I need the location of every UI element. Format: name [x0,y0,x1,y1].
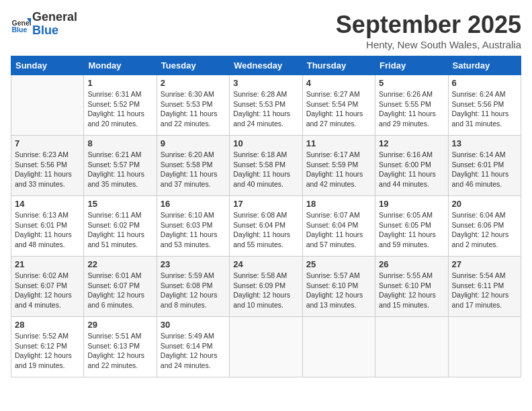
calendar-cell: 21Sunrise: 6:02 AM Sunset: 6:07 PM Dayli… [11,257,84,317]
cell-info: Sunrise: 6:28 AM Sunset: 5:53 PM Dayligh… [233,89,298,129]
cell-info: Sunrise: 6:01 AM Sunset: 6:07 PM Dayligh… [87,271,152,310]
day-number: 7 [15,138,80,148]
calendar-cell: 19Sunrise: 6:05 AM Sunset: 6:05 PM Dayli… [375,196,448,257]
day-number: 26 [379,259,444,269]
calendar-cell: 18Sunrise: 6:07 AM Sunset: 6:04 PM Dayli… [302,196,375,257]
week-row-3: 14Sunrise: 6:13 AM Sunset: 6:01 PM Dayli… [11,196,521,257]
calendar-cell: 23Sunrise: 5:59 AM Sunset: 6:08 PM Dayli… [157,257,229,317]
cell-info: Sunrise: 6:02 AM Sunset: 6:07 PM Dayligh… [15,271,80,310]
day-number: 1 [87,78,152,88]
calendar-cell: 29Sunrise: 5:51 AM Sunset: 6:13 PM Dayli… [84,317,157,377]
logo-general: General [32,11,77,24]
cell-info: Sunrise: 6:23 AM Sunset: 5:56 PM Dayligh… [15,150,80,189]
day-number: 11 [306,138,371,148]
calendar-cell: 16Sunrise: 6:10 AM Sunset: 6:03 PM Dayli… [157,196,229,257]
day-number: 14 [15,199,80,209]
day-number: 10 [233,138,298,148]
calendar-cell: 2Sunrise: 6:30 AM Sunset: 5:53 PM Daylig… [157,75,229,136]
calendar-cell: 6Sunrise: 6:24 AM Sunset: 5:56 PM Daylig… [448,75,521,136]
day-number: 13 [452,138,517,148]
cell-info: Sunrise: 5:57 AM Sunset: 6:10 PM Dayligh… [306,271,371,310]
cell-info: Sunrise: 6:16 AM Sunset: 6:00 PM Dayligh… [379,150,444,189]
week-row-5: 28Sunrise: 5:52 AM Sunset: 6:12 PM Dayli… [11,317,521,377]
day-number: 12 [379,138,444,148]
day-number: 20 [452,199,517,209]
calendar-cell: 28Sunrise: 5:52 AM Sunset: 6:12 PM Dayli… [11,317,84,377]
day-number: 24 [233,259,298,269]
calendar-cell: 26Sunrise: 5:55 AM Sunset: 6:10 PM Dayli… [375,257,448,317]
calendar-cell: 4Sunrise: 6:27 AM Sunset: 5:54 PM Daylig… [302,75,375,136]
logo-blue: Blue [32,24,77,38]
cell-info: Sunrise: 6:30 AM Sunset: 5:53 PM Dayligh… [161,89,226,129]
calendar-cell: 20Sunrise: 6:04 AM Sunset: 6:06 PM Dayli… [448,196,521,257]
column-header-wednesday: Wednesday [230,56,302,75]
cell-info: Sunrise: 6:26 AM Sunset: 5:55 PM Dayligh… [379,89,444,129]
calendar-header-row: SundayMondayTuesdayWednesdayThursdayFrid… [11,56,521,75]
column-header-friday: Friday [375,56,448,75]
calendar-cell: 25Sunrise: 5:57 AM Sunset: 6:10 PM Dayli… [302,257,375,317]
logo-icon: General Blue [11,14,31,34]
day-number: 4 [306,78,371,88]
day-number: 9 [161,138,226,148]
day-number: 6 [452,78,517,88]
day-number: 15 [87,199,152,209]
day-number: 22 [87,259,152,269]
calendar-cell [230,317,302,377]
day-number: 16 [161,199,226,209]
cell-info: Sunrise: 6:08 AM Sunset: 6:04 PM Dayligh… [233,210,298,250]
cell-info: Sunrise: 6:17 AM Sunset: 5:59 PM Dayligh… [306,150,371,189]
location: Henty, New South Wales, Australia [336,39,521,50]
column-header-saturday: Saturday [448,56,521,75]
week-row-2: 7Sunrise: 6:23 AM Sunset: 5:56 PM Daylig… [11,136,521,196]
day-number: 5 [379,78,444,88]
day-number: 25 [306,259,371,269]
page-header: General Blue General Blue September 2025… [11,11,521,50]
calendar-cell: 1Sunrise: 6:31 AM Sunset: 5:52 PM Daylig… [84,75,157,136]
column-header-thursday: Thursday [302,56,375,75]
svg-text:Blue: Blue [12,26,28,34]
day-number: 19 [379,199,444,209]
calendar-table: SundayMondayTuesdayWednesdayThursdayFrid… [11,56,521,377]
cell-info: Sunrise: 6:11 AM Sunset: 6:02 PM Dayligh… [87,210,152,250]
cell-info: Sunrise: 6:24 AM Sunset: 5:56 PM Dayligh… [452,89,517,129]
cell-info: Sunrise: 5:54 AM Sunset: 6:11 PM Dayligh… [452,271,517,310]
cell-info: Sunrise: 5:49 AM Sunset: 6:14 PM Dayligh… [161,331,226,371]
week-row-1: 1Sunrise: 6:31 AM Sunset: 5:52 PM Daylig… [11,75,521,136]
cell-info: Sunrise: 6:13 AM Sunset: 6:01 PM Dayligh… [15,210,80,250]
week-row-4: 21Sunrise: 6:02 AM Sunset: 6:07 PM Dayli… [11,257,521,317]
calendar-cell: 8Sunrise: 6:21 AM Sunset: 5:57 PM Daylig… [84,136,157,196]
calendar-cell: 9Sunrise: 6:20 AM Sunset: 5:58 PM Daylig… [157,136,229,196]
cell-info: Sunrise: 6:04 AM Sunset: 6:06 PM Dayligh… [452,210,517,250]
calendar-cell: 10Sunrise: 6:18 AM Sunset: 5:58 PM Dayli… [230,136,302,196]
cell-info: Sunrise: 6:20 AM Sunset: 5:58 PM Dayligh… [161,150,226,189]
day-number: 2 [161,78,226,88]
day-number: 8 [87,138,152,148]
calendar-cell: 12Sunrise: 6:16 AM Sunset: 6:00 PM Dayli… [375,136,448,196]
calendar-cell [11,75,84,136]
logo: General Blue General Blue [11,11,77,38]
day-number: 27 [452,259,517,269]
calendar-cell [448,317,521,377]
calendar-cell: 22Sunrise: 6:01 AM Sunset: 6:07 PM Dayli… [84,257,157,317]
calendar-cell: 7Sunrise: 6:23 AM Sunset: 5:56 PM Daylig… [11,136,84,196]
day-number: 21 [15,259,80,269]
calendar-cell [375,317,448,377]
cell-info: Sunrise: 6:05 AM Sunset: 6:05 PM Dayligh… [379,210,444,250]
calendar-cell: 24Sunrise: 5:58 AM Sunset: 6:09 PM Dayli… [230,257,302,317]
day-number: 23 [161,259,226,269]
column-header-sunday: Sunday [11,56,84,75]
cell-info: Sunrise: 6:10 AM Sunset: 6:03 PM Dayligh… [161,210,226,250]
calendar-cell: 30Sunrise: 5:49 AM Sunset: 6:14 PM Dayli… [157,317,229,377]
day-number: 18 [306,199,371,209]
title-block: September 2025 Henty, New South Wales, A… [336,11,521,50]
calendar-cell: 3Sunrise: 6:28 AM Sunset: 5:53 PM Daylig… [230,75,302,136]
calendar-cell: 27Sunrise: 5:54 AM Sunset: 6:11 PM Dayli… [448,257,521,317]
cell-info: Sunrise: 5:55 AM Sunset: 6:10 PM Dayligh… [379,271,444,310]
cell-info: Sunrise: 6:14 AM Sunset: 6:01 PM Dayligh… [452,150,517,189]
calendar-cell: 17Sunrise: 6:08 AM Sunset: 6:04 PM Dayli… [230,196,302,257]
day-number: 3 [233,78,298,88]
day-number: 30 [161,320,226,330]
cell-info: Sunrise: 6:18 AM Sunset: 5:58 PM Dayligh… [233,150,298,189]
cell-info: Sunrise: 6:07 AM Sunset: 6:04 PM Dayligh… [306,210,371,250]
calendar-cell: 13Sunrise: 6:14 AM Sunset: 6:01 PM Dayli… [448,136,521,196]
